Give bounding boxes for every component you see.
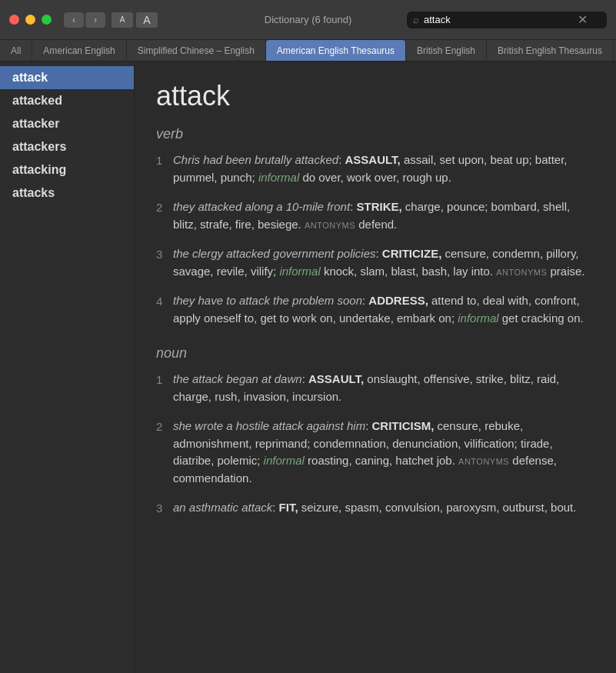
- sidebar-item-attack[interactable]: attack: [0, 66, 134, 89]
- def-num-v2: 2: [156, 198, 173, 233]
- search-input[interactable]: [424, 14, 578, 25]
- def-synonyms-bold-n3: FIT,: [279, 501, 298, 514]
- def-informal-label-v4: informal: [458, 312, 498, 325]
- main-area: attack attacked attacker attackers attac…: [0, 62, 616, 673]
- verb-definitions: 1 Chris had been brutally attacked: ASSA…: [156, 152, 594, 327]
- def-informal-label-n2: informal: [264, 454, 305, 467]
- font-large-button[interactable]: A: [136, 12, 158, 28]
- tab-british-english-thesaurus[interactable]: British English Thesaurus: [487, 40, 614, 61]
- def-num-n3: 3: [156, 499, 173, 518]
- font-size-controls: A A: [112, 12, 158, 28]
- def-text-n2: she wrote a hostile attack against him: …: [173, 418, 594, 487]
- pos-verb: verb: [156, 126, 594, 142]
- sidebar-item-attacks[interactable]: attacks: [0, 182, 134, 205]
- def-num-v1: 1: [156, 152, 173, 186]
- def-example-v4: they have to attack the problem soon: [173, 294, 362, 307]
- def-verb-1: 1 Chris had been brutally attacked: ASSA…: [156, 152, 594, 186]
- sidebar-item-attacker[interactable]: attacker: [0, 112, 134, 135]
- def-noun-1: 1 the attack began at dawn: ASSAULT, ons…: [156, 371, 594, 405]
- maximize-button[interactable]: [42, 15, 52, 25]
- sidebar-item-attacked[interactable]: attacked: [0, 89, 134, 112]
- tab-simplified-chinese[interactable]: Simplified Chinese – English: [127, 40, 266, 61]
- tab-british-english[interactable]: British English: [406, 40, 487, 61]
- def-synonyms-bold-v4: ADDRESS,: [368, 294, 428, 307]
- def-verb-4: 4 they have to attack the problem soon: …: [156, 292, 594, 327]
- def-noun-2: 2 she wrote a hostile attack against him…: [156, 418, 594, 487]
- tab-american-english-thesaurus[interactable]: American English Thesaurus: [266, 40, 406, 61]
- def-verb-3: 3 the clergy attacked government policie…: [156, 245, 594, 280]
- pos-noun: noun: [156, 345, 594, 361]
- def-example-n1: the attack began at dawn: [173, 372, 302, 385]
- tab-all[interactable]: All: [0, 40, 32, 61]
- def-synonyms-bold-v3: CRITICIZE,: [382, 247, 442, 260]
- def-synonyms-bold-n2: CRITICISM,: [371, 419, 434, 432]
- def-num-v4: 4: [156, 292, 173, 327]
- def-text-v4: they have to attack the problem soon: AD…: [173, 292, 594, 327]
- forward-button[interactable]: ›: [85, 12, 105, 28]
- def-num-v3: 3: [156, 245, 173, 280]
- def-num-n2: 2: [156, 418, 173, 487]
- def-example-n2: she wrote a hostile attack against him: [173, 419, 365, 432]
- search-clear-button[interactable]: ✕: [578, 14, 588, 26]
- minimize-button[interactable]: [25, 15, 35, 25]
- def-synonyms-bold-v2: STRIKE,: [356, 200, 401, 213]
- def-example-v3: the clergy attacked government policies: [173, 247, 375, 260]
- def-text-v1: Chris had been brutally attacked: ASSAUL…: [173, 152, 594, 186]
- antonyms-label-v2: ANTONYMS: [305, 221, 355, 230]
- search-bar: ⌕ ✕: [407, 12, 607, 28]
- def-example-v1: Chris had been brutally attacked: [173, 153, 338, 166]
- def-synonyms-bold-v1: ASSAULT,: [345, 153, 400, 166]
- def-synonyms-bold-n1: ASSAULT,: [308, 372, 364, 385]
- sidebar-item-attacking[interactable]: attacking: [0, 158, 134, 182]
- title-bar: ‹ › A A Dictionary (6 found) ⌕ ✕: [0, 0, 616, 40]
- def-informal-label-v1: informal: [258, 171, 299, 184]
- window-title: Dictionary (6 found): [265, 14, 351, 25]
- def-informal-label-v3: informal: [279, 265, 320, 278]
- def-example-n3: an asthmatic attack: [173, 501, 272, 514]
- def-verb-2: 2 they attacked along a 10-mile front: S…: [156, 198, 594, 233]
- font-small-button[interactable]: A: [112, 12, 133, 28]
- antonyms-label-v3: ANTONYMS: [496, 268, 547, 277]
- sidebar-item-attackers[interactable]: attackers: [0, 135, 134, 158]
- def-noun-3: 3 an asthmatic attack: FIT, seizure, spa…: [156, 499, 594, 518]
- def-text-n1: the attack began at dawn: ASSAULT, onsla…: [173, 371, 594, 405]
- def-num-n1: 1: [156, 371, 173, 405]
- back-button[interactable]: ‹: [64, 12, 84, 28]
- nav-arrows: ‹ ›: [64, 12, 105, 28]
- def-text-v2: they attacked along a 10-mile front: STR…: [173, 198, 594, 233]
- tab-bar: All American English Simplified Chinese …: [0, 40, 616, 62]
- antonyms-label-n2: ANTONYMS: [458, 457, 509, 466]
- def-text-v3: the clergy attacked government policies:…: [173, 245, 594, 280]
- content-area: attack verb 1 Chris had been brutally at…: [135, 62, 616, 673]
- def-text-n3: an asthmatic attack: FIT, seizure, spasm…: [173, 499, 594, 518]
- sidebar: attack attacked attacker attackers attac…: [0, 62, 135, 673]
- window-controls: [9, 15, 52, 25]
- noun-definitions: 1 the attack began at dawn: ASSAULT, ons…: [156, 371, 594, 518]
- close-button[interactable]: [9, 15, 19, 25]
- tab-american-english[interactable]: American English: [32, 40, 126, 61]
- search-icon: ⌕: [413, 14, 419, 25]
- def-example-v2: they attacked along a 10-mile front: [173, 200, 350, 213]
- word-title: attack: [156, 80, 594, 112]
